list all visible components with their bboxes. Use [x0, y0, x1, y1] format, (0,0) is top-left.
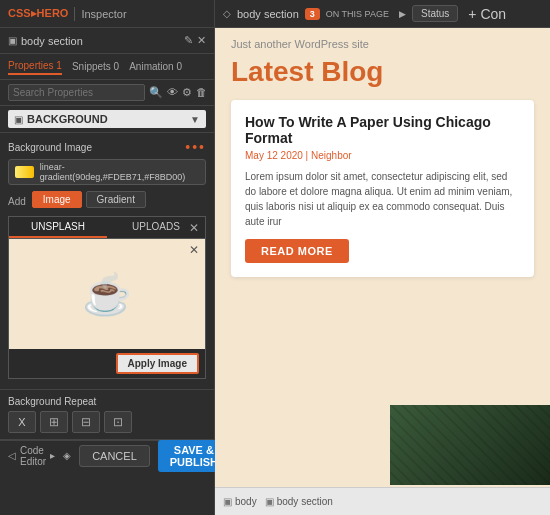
main-layout: ▣ body section ✎ ✕ Properties 1 Snippets… — [0, 28, 550, 515]
code-editor-label: Code Editor — [20, 445, 46, 467]
status-button[interactable]: Status — [412, 5, 458, 22]
gradient-bar[interactable]: linear-gradient(90deg,#FDEB71,#F8BD00) — [8, 159, 206, 185]
close-image-icon[interactable]: ✕ — [189, 243, 199, 257]
image-area: ✕ ☕ — [9, 239, 205, 349]
bg-image-section: Background Image ••• linear-gradient(90d… — [0, 133, 214, 390]
unsplash-tab[interactable]: UNSPLASH — [9, 217, 107, 238]
search-bar: 🔍 👁 ⚙ 🗑 — [0, 80, 214, 106]
top-bar-left: CSS▸HERO Inspector — [0, 0, 215, 27]
blog-excerpt: Lorem ipsum dolor sit amet, consectetur … — [245, 169, 520, 229]
blog-meta: May 12 2020 | Neighbor — [245, 150, 520, 161]
body-section-icon: ▣ — [265, 496, 274, 507]
body-label: body — [235, 496, 257, 507]
code-editor-toggle[interactable]: ◁ Code Editor ▸ ◈ — [8, 445, 71, 467]
status-arrow: ▶ — [399, 9, 406, 19]
code-editor-arrow: ◁ — [8, 450, 16, 461]
add-label: Add — [8, 196, 26, 207]
section-title-bar: ▣ body section ✎ ✕ — [0, 28, 214, 54]
repeat-options: X ⊞ ⊟ ⊡ — [8, 411, 206, 433]
tab-snippets[interactable]: Snippets 0 — [72, 59, 119, 74]
property-icon: ▣ — [14, 114, 23, 125]
breadcrumb-text: body section — [237, 8, 299, 20]
bg-image-label: Background Image ••• — [8, 139, 206, 155]
section-icon: ▣ — [8, 35, 17, 46]
gradient-text: linear-gradient(90deg,#FDEB71,#F8BD00) — [40, 162, 199, 182]
apply-btn-row: Apply Image — [9, 349, 205, 378]
preview-body-section-item[interactable]: ▣ body section — [265, 496, 333, 507]
blog-card-title: How To Write A Paper Using Chicago Forma… — [245, 114, 520, 146]
body-icon: ▣ — [223, 496, 232, 507]
left-panel: ▣ body section ✎ ✕ Properties 1 Snippets… — [0, 28, 215, 515]
blog-card: How To Write A Paper Using Chicago Forma… — [231, 100, 534, 277]
code-editor-expand: ▸ — [50, 450, 55, 461]
cancel-button[interactable]: CANCEL — [79, 445, 150, 467]
latest-blog-title: Latest Blog — [231, 56, 534, 88]
property-header[interactable]: ▣ BACKGROUND ▼ — [8, 110, 206, 128]
code-editor-icon2: ◈ — [63, 450, 71, 461]
bg-repeat-section: Background Repeat X ⊞ ⊟ ⊡ — [0, 390, 214, 440]
gradient-preview — [15, 166, 34, 178]
add-connection-button[interactable]: + Con — [468, 6, 506, 22]
image-gradient-tabs: Image Gradient — [32, 191, 146, 208]
tab-animation[interactable]: Animation 0 — [129, 59, 182, 74]
preview-body-item[interactable]: ▣ body — [223, 496, 257, 507]
property-name: BACKGROUND — [27, 113, 186, 125]
tab-properties[interactable]: Properties 1 — [8, 58, 62, 75]
body-section-label: body section — [277, 496, 333, 507]
section-name: body section — [21, 35, 180, 47]
repeat-grid-option[interactable]: ⊞ — [40, 411, 68, 433]
preview-bottom: ▣ body ▣ body section — [215, 487, 550, 515]
strip-overlay — [390, 405, 550, 485]
trash-icon[interactable]: 🗑 — [196, 86, 207, 99]
site-tagline: Just another WordPress site — [231, 38, 534, 50]
bottom-bar: ◁ Code Editor ▸ ◈ CANCEL SAVE & PUBLISH — [0, 440, 214, 470]
repeat-h-option[interactable]: ⊟ — [72, 411, 100, 433]
eye-icon[interactable]: 👁 — [167, 86, 178, 99]
settings-icon[interactable]: ⚙ — [182, 86, 192, 99]
repeat-x-option[interactable]: X — [8, 411, 36, 433]
bg-repeat-label: Background Repeat — [8, 396, 206, 407]
close-panel-icon[interactable]: ✕ — [197, 34, 206, 47]
image-tab[interactable]: Image — [32, 191, 82, 208]
blog-category: Neighbor — [311, 150, 352, 161]
gradient-tab[interactable]: Gradient — [86, 191, 146, 208]
top-bar-right: ◇ body section 3 ON THIS PAGE ▶ Status +… — [215, 5, 550, 22]
css-hero-logo: CSS▸HERO — [8, 7, 68, 20]
right-panel: Just another WordPress site Latest Blog … — [215, 28, 550, 515]
close-picker-icon[interactable]: ✕ — [189, 221, 199, 235]
breadcrumb-icon: ◇ — [223, 8, 231, 19]
image-picker-tabs: UNSPLASH UPLOADS ✕ — [9, 217, 205, 239]
on-page-label: ON THIS PAGE — [326, 9, 389, 19]
search-input[interactable] — [8, 84, 145, 101]
apply-image-button[interactable]: Apply Image — [116, 353, 199, 374]
bottom-image-strip — [390, 405, 550, 485]
top-bar: CSS▸HERO Inspector ◇ body section 3 ON T… — [0, 0, 550, 28]
on-page-badge: 3 — [305, 8, 320, 20]
image-picker: UNSPLASH UPLOADS ✕ ✕ ☕ Apply Image — [8, 216, 206, 379]
read-more-button[interactable]: READ MORE — [245, 239, 349, 263]
preview-content: Just another WordPress site Latest Blog … — [215, 28, 550, 295]
tabs-bar: Properties 1 Snippets 0 Animation 0 — [0, 54, 214, 80]
search-icon[interactable]: 🔍 — [149, 86, 163, 99]
property-collapse-icon[interactable]: ▼ — [190, 114, 200, 125]
property-section: ▣ BACKGROUND ▼ — [0, 106, 214, 133]
more-options-icon[interactable]: ••• — [185, 139, 206, 155]
divider — [74, 7, 75, 21]
repeat-v-option[interactable]: ⊡ — [104, 411, 132, 433]
coffee-image: ☕ — [82, 271, 132, 318]
inspector-label: Inspector — [81, 8, 126, 20]
search-icons: 🔍 👁 ⚙ 🗑 — [149, 86, 207, 99]
blog-date: May 12 2020 — [245, 150, 303, 161]
edit-icon[interactable]: ✎ — [184, 34, 193, 47]
